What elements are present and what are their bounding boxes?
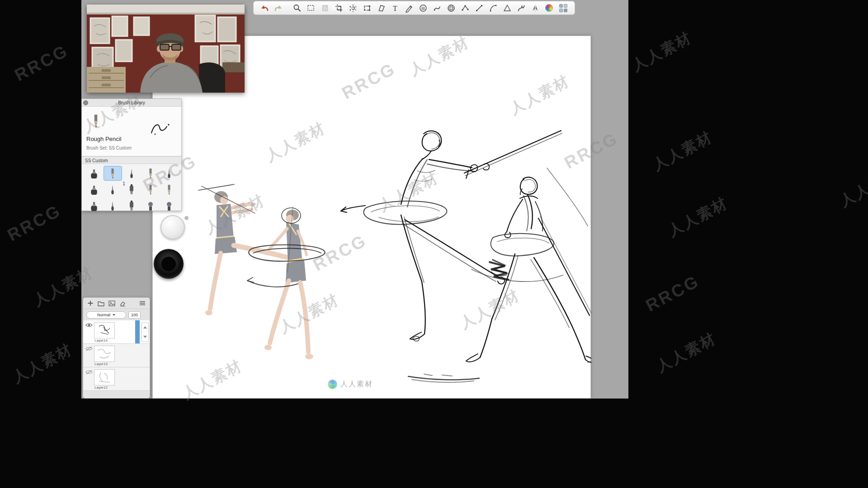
eraser-icon[interactable]: [119, 300, 126, 306]
freehand-icon: [433, 4, 442, 13]
layer-stepper[interactable]: [141, 322, 149, 342]
brush-swatch[interactable]: 1: [122, 182, 141, 197]
air-brush-icon: [165, 200, 174, 212]
brush-stroke-preview-icon: [149, 119, 173, 139]
color-wheel-button[interactable]: [542, 2, 556, 14]
watermark: RRCG: [11, 41, 71, 85]
panel-menu-icon[interactable]: [139, 300, 146, 306]
add-layer-icon[interactable]: [87, 300, 94, 306]
layer-opacity-field[interactable]: 100: [128, 311, 141, 319]
panel-collapse-button[interactable]: [83, 100, 88, 105]
brush-swatch[interactable]: [122, 198, 141, 213]
site-logo: 人人素材: [328, 380, 373, 389]
watermark: 人人素材: [649, 127, 716, 175]
calligraphy-button[interactable]: [514, 2, 528, 14]
watermark: 人人素材: [653, 328, 720, 377]
marquee-select-button[interactable]: [304, 2, 318, 14]
pencil-button[interactable]: [402, 2, 416, 14]
brush-swatch[interactable]: [160, 166, 179, 181]
brush-swatch[interactable]: [85, 166, 104, 181]
arc-icon: [489, 4, 498, 13]
image-icon[interactable]: [108, 300, 115, 306]
undo-button[interactable]: [257, 2, 271, 14]
layers-toolbar: [83, 298, 150, 309]
current-brush-icon: [90, 112, 102, 132]
symmetry-button[interactable]: [528, 2, 542, 14]
nodes-button[interactable]: [458, 2, 472, 14]
brush-brush-icon: [108, 200, 117, 212]
eye-icon[interactable]: [85, 323, 93, 328]
layer-name: Layer13: [94, 362, 108, 366]
color-puck[interactable]: [160, 215, 185, 239]
layer-row-selected[interactable]: Layer14: [83, 320, 150, 344]
brush-library-title: Brush Library: [118, 100, 145, 105]
undo-icon: [260, 4, 269, 13]
brush-puck[interactable]: [154, 249, 184, 279]
text-button[interactable]: T: [388, 2, 402, 14]
layers-panel: Normal 100 Layer14 Layer13 Layer12: [83, 297, 150, 399]
nodes-icon: [461, 4, 470, 13]
brush-brush-icon: [108, 184, 117, 196]
gesture-figure-right: [408, 168, 591, 382]
video-content: T RRCG: [81, 0, 628, 399]
brush-swatch-selected[interactable]: [104, 166, 123, 181]
crop-button[interactable]: [332, 2, 346, 14]
site-logo-icon: [328, 380, 337, 389]
layer-thumbnail: [94, 369, 115, 385]
sphere-button[interactable]: [444, 2, 458, 14]
brush-swatch[interactable]: [141, 166, 160, 181]
brush-swatch[interactable]: [122, 166, 141, 181]
gesture-figure-left: [341, 131, 562, 341]
ink-brush-icon: [90, 168, 99, 179]
brush-swatch[interactable]: [141, 182, 160, 197]
swatches-button[interactable]: [556, 2, 570, 14]
text-icon: T: [391, 4, 400, 13]
brush-swatch[interactable]: [85, 198, 104, 213]
move-layer-up-icon[interactable]: [143, 326, 147, 328]
brush-name: Rough Pencil: [86, 136, 121, 142]
brush-swatch[interactable]: [160, 198, 179, 213]
pencil-icon: [405, 4, 414, 13]
zoom-icon: [292, 4, 302, 13]
eye-off-icon[interactable]: [85, 346, 93, 351]
folder-icon[interactable]: [98, 300, 104, 306]
transform-button[interactable]: [360, 2, 374, 14]
layer-row[interactable]: Layer12: [83, 367, 150, 391]
freehand-button[interactable]: [430, 2, 444, 14]
brush-swatch[interactable]: [141, 198, 160, 213]
brush-swatch[interactable]: [104, 198, 123, 213]
webcam-feed: [87, 5, 245, 93]
blend-mode-select[interactable]: Normal: [86, 311, 126, 319]
sphere-icon: [447, 4, 456, 13]
eye-off-icon[interactable]: [85, 370, 93, 375]
pattern-button[interactable]: [346, 2, 360, 14]
redo-button[interactable]: [271, 2, 285, 14]
move-layer-down-icon[interactable]: [143, 336, 147, 338]
webcam-window[interactable]: [87, 5, 245, 93]
site-logo-text: 人人素材: [340, 380, 373, 389]
watermark: RRCG: [642, 271, 703, 315]
brush-grid: 1: [82, 164, 181, 215]
layer-row[interactable]: Layer13: [83, 344, 150, 367]
transform-icon: [363, 4, 372, 13]
marquee-select-icon: [307, 4, 316, 13]
chair: [199, 62, 225, 93]
pencil-brush-icon: [146, 184, 155, 196]
puck-handle-dot[interactable]: [184, 216, 189, 220]
brush-swatch[interactable]: [85, 182, 104, 197]
ink-brush-icon: [90, 184, 99, 196]
layer-name: Layer14: [94, 338, 108, 343]
brush-set-label: Brush Set: SS Custom: [86, 145, 132, 150]
paste-button[interactable]: [318, 2, 332, 14]
watermark: 人人素材: [628, 28, 695, 76]
line-button[interactable]: [472, 2, 486, 14]
polygon-icon: [503, 4, 512, 13]
brush-swatch[interactable]: [160, 182, 179, 197]
brush-swatch[interactable]: [104, 182, 123, 197]
polygon-button[interactable]: [500, 2, 514, 14]
distort-button[interactable]: [374, 2, 388, 14]
arc-button[interactable]: [486, 2, 500, 14]
watermark: 人人素材: [665, 193, 731, 241]
zoom-button[interactable]: [290, 2, 304, 14]
stroke-style-button[interactable]: [416, 2, 430, 14]
